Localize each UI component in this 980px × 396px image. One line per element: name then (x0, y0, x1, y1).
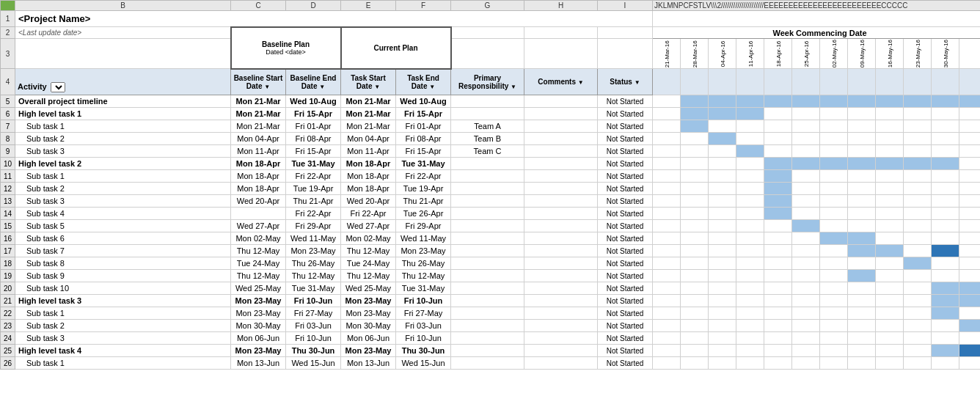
row-num-2: 2 (1, 27, 15, 39)
row-num-4: 4 (1, 69, 15, 95)
table-row: 18 Sub task 8 Tue 24-May Thu 26-May Tue … (1, 257, 981, 270)
table-row: 26 Sub task 1 Mon 13-Jun Wed 15-Jun Mon … (1, 357, 981, 370)
week-h-9 (904, 69, 932, 95)
table-row: 25 High level task 4 Mon 23-May Thu 30-J… (1, 345, 981, 357)
col-letter-d: D (286, 1, 341, 11)
table-row: 17 Sub task 7 Thu 12-May Mon 23-May Thu … (1, 245, 981, 257)
table-row: 10 High level task 2 Mon 18-Apr Tue 31-M… (1, 158, 981, 170)
col-letter-h: H (524, 1, 598, 11)
subtitle-row: 2 <Last update date> Baseline Plan Dated… (1, 27, 981, 39)
week-h-4 (764, 69, 792, 95)
primary-resp-header[interactable]: Primary Responsibility ▼ (451, 69, 524, 95)
week-date-10: 30-May-16 (932, 39, 959, 69)
table-row: 20 Sub task 10 Wed 25-May Tue 31-May Wed… (1, 282, 981, 295)
col-letter-g: G (451, 1, 524, 11)
week-date-4: 18-Apr-16 (764, 39, 792, 69)
col-letter-c: C (231, 1, 286, 11)
last-update: <Last update date> (15, 27, 231, 39)
table-row: 5 Overall project timeline Mon 21-Mar We… (1, 95, 981, 108)
table-row: 19 Sub task 9 Thu 12-May Thu 12-May Thu … (1, 270, 981, 282)
week-date-extra (959, 39, 981, 69)
col-letter-i: I (598, 1, 653, 11)
week-h-3 (736, 69, 764, 95)
week-date-6: 02-May-16 (820, 39, 848, 69)
week-date-1: 28-Mar-16 (681, 39, 709, 69)
col-letter-row: A B C D E F G H I JKLMNPCFSTLV\\\2//////… (1, 1, 981, 11)
table-row: 9 Sub task 3 Mon 11-Apr Fri 15-Apr Mon 1… (1, 145, 981, 158)
week-h-8 (876, 69, 904, 95)
table-row: 16 Sub task 6 Mon 02-May Wed 11-May Mon … (1, 232, 981, 245)
table-row: 22 Sub task 1 Mon 23-May Fri 27-May Mon … (1, 307, 981, 320)
table-row: 6 High level task 1 Mon 21-Mar Fri 15-Ap… (1, 108, 981, 120)
week-date-7: 09-May-16 (848, 39, 876, 69)
baseline-end-header[interactable]: Baseline End Date ▼ (286, 69, 341, 95)
activity-filter[interactable] (51, 82, 65, 92)
week-date-9: 23-May-16 (904, 39, 932, 69)
column-headers-row: 4 Activity Baseline Start Date ▼ Baselin… (1, 69, 981, 95)
comments-header[interactable]: Comments ▼ (524, 69, 598, 95)
task-start-header[interactable]: Task Start Date ▼ (341, 69, 396, 95)
table-row: 12 Sub task 2 Mon 18-Apr Tue 19-Apr Mon … (1, 183, 981, 195)
filter-arrow: ▼ (264, 84, 270, 90)
row3: 3 21-Mar-16 28-Mar-16 04-Apr-16 11-Apr-1… (1, 39, 981, 69)
col-letter-e: E (341, 1, 396, 11)
week-h-6 (820, 69, 848, 95)
current-plan-header: Current Plan (341, 27, 451, 69)
activity-header[interactable]: Activity (15, 69, 231, 95)
week-date-0: 21-Mar-16 (653, 39, 681, 69)
col-letter-b: B (15, 1, 231, 11)
table-row: 24 Sub task 3 Mon 06-Jun Fri 10-Jun Mon … (1, 332, 981, 345)
table-row: 13 Sub task 3 Wed 20-Apr Thu 21-Apr Wed … (1, 195, 981, 208)
table-row: 14 Sub task 4 Fri 22-Apr Fri 22-Apr Tue … (1, 208, 981, 220)
table-row: 15 Sub task 5 Wed 27-Apr Fri 29-Apr Wed … (1, 220, 981, 232)
table-row: 21 High level task 3 Mon 23-May Fri 10-J… (1, 295, 981, 307)
col-letter-a: A (1, 1, 15, 11)
table-row: 7 Sub task 1 Mon 21-Mar Fri 01-Apr Mon 2… (1, 120, 981, 133)
col-letter-rest: JKLMNPCFSTLV\\\2/////////////////////EEE… (653, 1, 981, 11)
week-date-2: 04-Apr-16 (709, 39, 736, 69)
baseline-start-header[interactable]: Baseline Start Date ▼ (231, 69, 286, 95)
week-h-10 (932, 69, 959, 95)
row-num-3: 3 (1, 39, 15, 69)
project-name: <Project Name> (15, 11, 653, 27)
table-row: 8 Sub task 2 Mon 04-Apr Fri 08-Apr Mon 0… (1, 133, 981, 145)
row-num-1: 1 (1, 11, 15, 27)
table-row: 11 Sub task 1 Mon 18-Apr Fri 22-Apr Mon … (1, 170, 981, 183)
col-letter-f: F (396, 1, 451, 11)
week-h-11 (959, 69, 981, 95)
week-h-0 (653, 69, 681, 95)
week-date-8: 16-May-16 (876, 39, 904, 69)
week-h-5 (792, 69, 820, 95)
task-end-header[interactable]: Task End Date ▼ (396, 69, 451, 95)
table-row: 23 Sub task 2 Mon 30-May Fri 03-Jun Mon … (1, 320, 981, 332)
status-header[interactable]: Status ▼ (598, 69, 653, 95)
week-commencing-header: Week Commencing Date (653, 27, 981, 39)
week-date-3: 11-Apr-16 (736, 39, 764, 69)
baseline-plan-header: Baseline Plan Dated <date> (231, 27, 341, 69)
project-name-row: 1 <Project Name> (1, 11, 981, 27)
week-h-1 (681, 69, 709, 95)
week-date-5: 25-Apr-16 (792, 39, 820, 69)
week-h-2 (709, 69, 736, 95)
week-h-7 (848, 69, 876, 95)
